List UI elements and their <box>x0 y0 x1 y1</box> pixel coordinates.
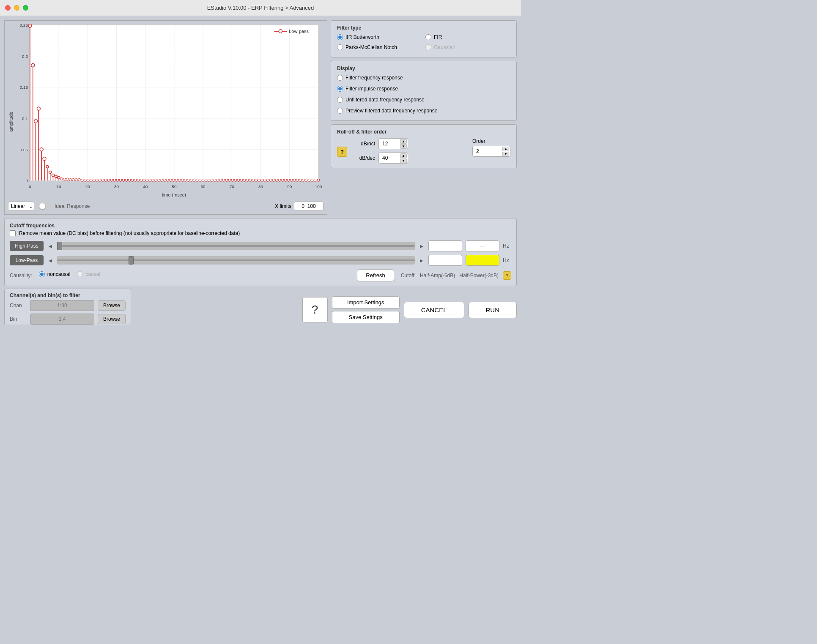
svg-point-62 <box>66 178 69 180</box>
dbdec-up-arrow[interactable]: ▲ <box>400 153 407 158</box>
svg-point-91 <box>152 179 154 181</box>
svg-point-101 <box>181 179 184 181</box>
traffic-lights <box>5 5 28 11</box>
bin-row: Bin Browse <box>10 314 126 325</box>
order-down-arrow[interactable]: ▼ <box>502 152 509 156</box>
radio-fir[interactable] <box>425 34 431 40</box>
maximize-button[interactable] <box>23 5 28 11</box>
display-options: Filter frequency response Filter impulse… <box>337 75 510 116</box>
radio-unfiltered[interactable] <box>337 97 343 103</box>
radio-preview[interactable] <box>337 108 343 114</box>
import-settings-button[interactable]: Import Settings <box>332 296 400 308</box>
main-content: amplitude <box>0 16 521 325</box>
cutoff-box: Cutoff frequencies Remove mean value (DC… <box>4 218 517 286</box>
svg-point-143 <box>305 179 307 181</box>
high-pass-right-arrow[interactable]: ▶ <box>418 242 425 250</box>
radio-iir[interactable] <box>337 34 343 40</box>
chart-bottom-controls: Linear Ideal Response X limits <box>8 202 324 211</box>
low-pass-left-arrow[interactable]: ◀ <box>47 256 54 265</box>
chan-browse-button[interactable]: Browse <box>98 300 126 311</box>
save-settings-button[interactable]: Save Settings <box>332 311 400 323</box>
low-pass-value[interactable]: 20.0 <box>428 255 462 266</box>
ideal-response-toggle[interactable] <box>38 202 52 210</box>
rolloff-inner: ? dB/oct 12 ▲ ▼ <box>337 138 510 164</box>
svg-point-63 <box>69 178 71 181</box>
dboct-down-arrow[interactable]: ▼ <box>400 144 407 149</box>
filter-type-title: Filter type <box>337 25 510 31</box>
radio-gaussian-label: Gaussian <box>434 44 455 50</box>
dc-bias-checkbox[interactable] <box>10 230 16 236</box>
low-pass-right-arrow[interactable]: ▶ <box>418 256 425 265</box>
svg-point-141 <box>299 179 302 181</box>
x-limits-input[interactable] <box>294 202 324 211</box>
order-col: Order 2 ▲ ▼ <box>472 138 510 157</box>
radio-gaussian[interactable] <box>425 44 431 50</box>
low-pass-slider[interactable] <box>57 256 415 265</box>
svg-point-93 <box>158 179 160 181</box>
svg-point-104 <box>190 179 192 181</box>
svg-point-99 <box>175 179 178 181</box>
rolloff-help-button[interactable]: ? <box>337 147 347 157</box>
high-pass-button[interactable]: High-Pass <box>10 241 44 251</box>
bin-input[interactable] <box>30 314 94 325</box>
svg-text:50: 50 <box>172 184 177 189</box>
svg-text:0.05: 0.05 <box>20 147 28 152</box>
bin-browse-button[interactable]: Browse <box>98 314 126 324</box>
radio-impulse-resp[interactable] <box>337 86 343 92</box>
dbdec-down-arrow[interactable]: ▼ <box>400 158 407 163</box>
cancel-button[interactable]: CANCEL <box>404 302 464 318</box>
radio-preview-label: Preview filtered data frequency response <box>345 108 437 114</box>
svg-point-129 <box>263 179 266 181</box>
refresh-button[interactable]: Refresh <box>357 269 394 281</box>
causal-label: causal <box>85 271 100 277</box>
svg-point-90 <box>149 179 151 181</box>
high-pass-slider[interactable] <box>57 242 415 250</box>
cutoff-help-button[interactable]: ? <box>503 271 511 280</box>
svg-point-132 <box>272 179 275 181</box>
svg-point-125 <box>252 179 255 181</box>
rolloff-fields: dB/oct 12 ▲ ▼ dB/dec <box>354 138 466 164</box>
svg-point-70 <box>90 179 92 181</box>
svg-point-77 <box>110 179 113 181</box>
svg-text:70: 70 <box>230 184 235 189</box>
svg-point-66 <box>78 178 80 181</box>
chan-input[interactable] <box>30 300 94 311</box>
order-up-arrow[interactable]: ▲ <box>502 147 509 151</box>
run-button[interactable]: RUN <box>469 302 517 318</box>
svg-point-67 <box>81 179 83 181</box>
low-pass-row: Low-Pass ◀ ▶ 20.0 13.10 Hz <box>10 255 511 266</box>
radio-noncausal[interactable] <box>39 271 45 277</box>
low-pass-button[interactable]: Low-Pass <box>10 255 44 265</box>
svg-point-122 <box>243 179 246 181</box>
svg-point-114 <box>219 179 222 181</box>
radio-row-unfiltered: Unfiltered data frequency response <box>337 97 510 103</box>
svg-point-135 <box>281 179 284 181</box>
svg-point-108 <box>202 179 204 181</box>
radio-parks[interactable] <box>337 44 343 50</box>
dboct-up-arrow[interactable]: ▲ <box>400 139 407 144</box>
svg-point-86 <box>137 179 140 181</box>
rolloff-panel: Roll-off & filter order ? dB/oct 12 ▲ ▼ <box>331 124 517 168</box>
help-square-button[interactable]: ? <box>302 297 328 322</box>
svg-point-126 <box>255 179 258 181</box>
low-pass-cutoff[interactable]: 13.10 <box>466 255 499 266</box>
minimize-button[interactable] <box>14 5 19 11</box>
y-axis-label: amplitude <box>8 112 14 131</box>
radio-freq-resp-label: Filter frequency response <box>345 75 403 81</box>
display-title: Display <box>337 65 510 71</box>
high-pass-left-arrow[interactable]: ◀ <box>47 242 54 250</box>
rolloff-title: Roll-off & filter order <box>337 129 510 135</box>
svg-text:time (msec): time (msec) <box>162 192 186 197</box>
radio-parks-label: Parks-McClellan Notch <box>345 44 397 50</box>
svg-point-123 <box>246 179 249 181</box>
svg-text:0.25: 0.25 <box>20 23 28 27</box>
radio-freq-resp[interactable] <box>337 75 343 81</box>
svg-point-119 <box>234 179 237 181</box>
dc-bias-row: Remove mean value (DC bias) before filte… <box>10 230 511 236</box>
high-pass-value[interactable]: 0 <box>428 240 462 251</box>
close-button[interactable] <box>5 5 11 11</box>
radio-fir-label: FIR <box>434 34 442 40</box>
radio-causal[interactable] <box>77 271 83 277</box>
svg-point-68 <box>84 179 86 181</box>
scale-select[interactable]: Linear <box>8 202 34 211</box>
